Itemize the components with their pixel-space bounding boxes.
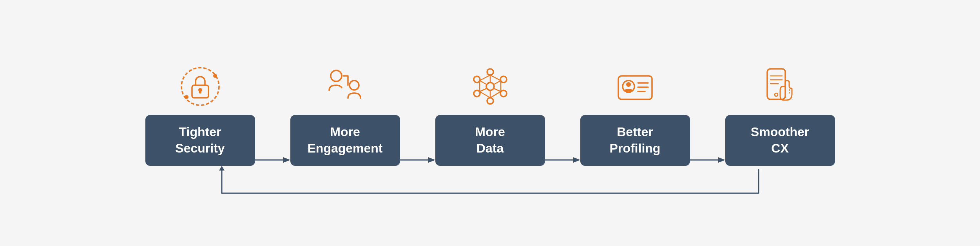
svg-point-12: [486, 83, 494, 90]
svg-line-23: [480, 88, 487, 92]
step-more-data: More Data: [435, 45, 545, 166]
svg-point-2: [185, 95, 188, 99]
svg-line-20: [494, 81, 501, 84]
svg-point-14: [500, 76, 507, 83]
svg-point-15: [500, 90, 507, 97]
step-more-engagement: More Engagement: [290, 45, 400, 166]
svg-point-18: [474, 76, 480, 83]
svg-point-16: [487, 98, 493, 104]
svg-point-1: [213, 74, 217, 78]
steps-row: Tighter Security: [59, 45, 921, 166]
icon-mobile-touch: [759, 45, 802, 108]
svg-marker-47: [219, 166, 225, 171]
svg-point-13: [487, 69, 493, 75]
feedback-arrow: [59, 166, 921, 201]
svg-point-9: [350, 81, 359, 90]
box-more-engagement: More Engagement: [290, 115, 400, 166]
step-smoother-cx: Smoother CX: [725, 45, 835, 166]
label-tighter-security: Tighter Security: [175, 124, 225, 156]
box-more-data: More Data: [435, 115, 545, 166]
svg-line-21: [494, 88, 501, 92]
icon-id-card: [614, 45, 657, 108]
svg-line-24: [480, 81, 487, 84]
svg-line-30: [480, 75, 490, 81]
svg-marker-7: [283, 157, 290, 163]
icon-lock: [179, 45, 222, 108]
label-more-engagement: More Engagement: [307, 124, 382, 156]
box-better-profiling: Better Profiling: [580, 115, 690, 166]
svg-line-25: [490, 75, 501, 81]
arrow-1: [255, 154, 290, 166]
box-smoother-cx: Smoother CX: [725, 115, 835, 166]
svg-point-35: [626, 82, 631, 87]
svg-point-45: [775, 93, 778, 96]
svg-point-8: [331, 70, 342, 81]
svg-rect-5: [199, 90, 201, 93]
label-more-data: More Data: [475, 124, 505, 156]
arrow-2: [400, 154, 435, 166]
icon-database-network: [469, 45, 512, 108]
diagram-container: Tighter Security: [59, 45, 921, 201]
arrow-3: [545, 154, 580, 166]
arrow-4: [690, 154, 725, 166]
svg-point-0: [181, 68, 219, 105]
label-better-profiling: Better Profiling: [610, 124, 661, 156]
svg-line-27: [490, 92, 501, 98]
icon-user-connect: [324, 45, 367, 108]
svg-line-28: [480, 92, 490, 98]
box-tighter-security: Tighter Security: [145, 115, 255, 166]
step-better-profiling: Better Profiling: [580, 45, 690, 166]
svg-marker-40: [718, 157, 725, 163]
svg-marker-11: [428, 157, 435, 163]
svg-marker-32: [573, 157, 580, 163]
step-tighter-security: Tighter Security: [145, 45, 255, 166]
label-smoother-cx: Smoother CX: [751, 124, 809, 156]
svg-point-17: [474, 90, 480, 97]
